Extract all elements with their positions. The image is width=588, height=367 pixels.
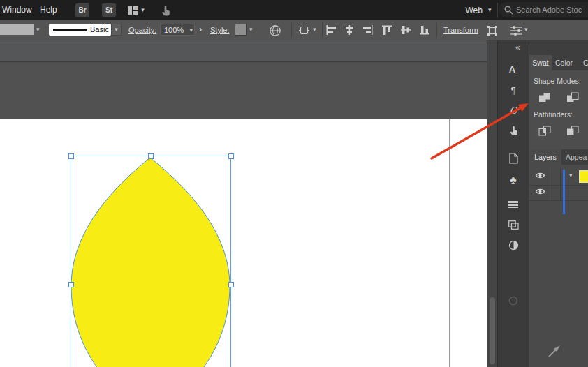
illustrator-window: Window Help Br St ▾ Web ▾ xyxy=(0,0,588,367)
paragraph-panel-icon: ¶ xyxy=(511,85,516,96)
align-right-button[interactable] xyxy=(362,24,374,36)
panel-dock: Swat Color C Shape Modes: Pathfinders: xyxy=(529,40,588,367)
selection-handle-mid-left[interactable] xyxy=(68,282,74,287)
hidden-panel-button[interactable] xyxy=(506,293,521,308)
minus-front-button[interactable] xyxy=(563,89,582,105)
workspace-select[interactable]: Web ▾ xyxy=(462,4,494,16)
collapse-panels-button[interactable]: « xyxy=(515,43,520,52)
character-panel-button[interactable]: A xyxy=(506,61,521,77)
trim-button[interactable] xyxy=(563,123,582,138)
tab-swatches[interactable]: Swat xyxy=(529,55,552,70)
transform-link[interactable]: Transform xyxy=(443,26,478,34)
layer-expand-chevron[interactable]: ▾ xyxy=(569,172,573,179)
transparency-panel-button[interactable] xyxy=(506,237,521,253)
align-vcenter-button[interactable] xyxy=(400,24,412,36)
eye-icon xyxy=(535,172,545,179)
tab-appearance[interactable]: Appea xyxy=(566,153,587,161)
brush-dropdown-button[interactable]: ▾ xyxy=(111,24,122,36)
layer-visibility-toggle[interactable] xyxy=(533,186,547,197)
unite-icon xyxy=(538,92,552,103)
opacity-link[interactable]: Opacity: xyxy=(128,26,156,34)
tab-layers-label: Layers xyxy=(534,153,557,161)
panel-dock-header xyxy=(529,40,588,55)
touch-type-panel-button[interactable] xyxy=(506,123,521,138)
divide-button[interactable] xyxy=(535,123,554,138)
layer-thumbnail[interactable] xyxy=(579,170,588,183)
style-swatch[interactable] xyxy=(235,24,247,36)
transparency-icon xyxy=(508,240,519,250)
align-center-button[interactable] xyxy=(344,24,355,36)
selected-shape[interactable] xyxy=(71,158,230,367)
menu-window[interactable]: Window xyxy=(2,5,32,15)
selection-handle-top-center[interactable] xyxy=(148,153,154,159)
horizontal-align-left-icon xyxy=(326,25,337,35)
selection-handle-top-right[interactable] xyxy=(228,153,234,159)
chevron-down-icon[interactable]: ▾ xyxy=(313,27,316,33)
align-bottom-button[interactable] xyxy=(419,24,431,36)
scrollbar-thumb[interactable] xyxy=(490,297,495,364)
artwork-layer xyxy=(0,40,487,367)
paragraph-panel-button[interactable]: ¶ xyxy=(506,82,521,98)
hand-icon xyxy=(160,5,171,16)
menu-help[interactable]: Help xyxy=(40,5,57,15)
stock-search-field[interactable]: Search Adobe Stoc xyxy=(499,2,588,17)
canvas-area[interactable] xyxy=(0,40,487,367)
layer-selection-bar xyxy=(563,170,565,214)
fill-swatch[interactable] xyxy=(0,24,34,35)
layer-row-separator xyxy=(529,185,588,186)
align-left-button[interactable] xyxy=(325,24,337,36)
tab-truncated[interactable]: C xyxy=(583,59,588,67)
share-button[interactable] xyxy=(159,3,172,17)
free-transform-button[interactable] xyxy=(486,24,499,36)
stroke-lines-icon xyxy=(508,200,518,209)
artboard-panel-button[interactable] xyxy=(506,151,521,166)
hand-icon xyxy=(508,125,519,136)
unite-button[interactable] xyxy=(535,89,554,105)
tab-color[interactable]: Color xyxy=(555,59,573,67)
shape-modes-label: Shape Modes: xyxy=(534,77,581,85)
layer-visibility-toggle[interactable] xyxy=(533,170,547,181)
layers-tab-bar: Layers Appea xyxy=(529,149,588,165)
divide-icon xyxy=(538,126,552,136)
stock-button[interactable]: St xyxy=(102,3,116,17)
menu-bar: Window Help Br St ▾ Web ▾ xyxy=(0,0,588,20)
tab-layers[interactable]: Layers xyxy=(529,149,561,165)
chevron-down-icon: ▾ xyxy=(141,7,145,13)
chevron-down-icon[interactable]: ▾ xyxy=(249,27,253,33)
chevron-down-icon: ▾ xyxy=(488,7,492,13)
globe-icon xyxy=(269,24,281,37)
selection-handle-mid-right[interactable] xyxy=(228,282,234,287)
workspace-switcher-button[interactable]: ▾ xyxy=(124,4,148,16)
opentype-panel-button[interactable]: O xyxy=(506,103,521,118)
style-link[interactable]: Style: xyxy=(210,26,230,34)
opentype-panel-icon: O xyxy=(510,105,517,116)
align-top-button[interactable] xyxy=(381,24,393,36)
trim-icon xyxy=(566,126,580,136)
search-placeholder: Search Adobe Stoc xyxy=(516,6,582,14)
panel-tab-bar: Swat Color C xyxy=(529,55,588,70)
chevron-down-icon[interactable]: ▾ xyxy=(36,27,40,33)
search-icon xyxy=(504,6,513,15)
chevron-down-icon: ▾ xyxy=(115,27,118,33)
sliders-icon xyxy=(510,26,522,36)
bridge-button[interactable]: Br xyxy=(75,3,89,17)
workspace-label: Web xyxy=(466,6,483,15)
opacity-presets-arrow[interactable]: › xyxy=(199,24,202,34)
layer-row-separator xyxy=(529,200,588,201)
opacity-field[interactable]: 100% ▾ xyxy=(160,24,195,36)
symbols-panel-button[interactable]: ♣ xyxy=(506,172,521,187)
chevron-down-icon[interactable]: ▾ xyxy=(189,27,193,33)
brush-definition-dropdown[interactable]: Basic xyxy=(49,24,111,36)
stroke-preview xyxy=(53,29,87,31)
vertical-scrollbar[interactable] xyxy=(487,40,497,367)
document-icon xyxy=(508,153,519,164)
chevron-down-icon[interactable]: ▾ xyxy=(524,27,528,33)
selection-handle-top-left[interactable] xyxy=(68,153,74,159)
recolor-artwork-button[interactable] xyxy=(268,24,282,37)
artboard-options-button[interactable] xyxy=(298,24,310,36)
panel-options-button[interactable] xyxy=(510,25,523,36)
menubar-separator xyxy=(497,3,498,17)
controlbar-separator xyxy=(291,23,292,37)
stroke-panel-button[interactable] xyxy=(506,197,521,212)
artboards-panel-button[interactable] xyxy=(506,217,521,232)
